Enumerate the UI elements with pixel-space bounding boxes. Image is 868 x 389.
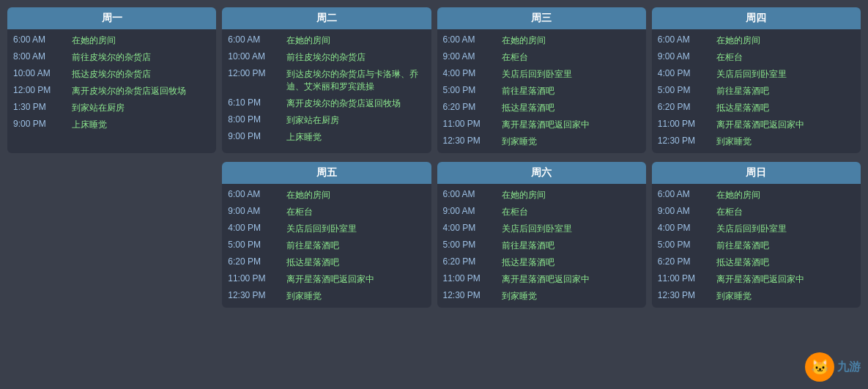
event-cell: 到家睡觉: [716, 136, 855, 148]
schedule-table-monday: 6:00 AM在她的房间8:00 AM前往皮埃尔的杂货店10:00 AM抵达皮埃…: [7, 29, 216, 136]
event-cell: 关店后回到卧室里: [502, 68, 640, 81]
event-cell: 在柜台: [502, 206, 640, 218]
event-cell: 在她的房间: [72, 34, 210, 47]
day-card-wednesday: 周三6:00 AM在她的房间9:00 AM在柜台4:00 PM关店后回到卧室里5…: [437, 7, 646, 153]
time-cell: 6:00 AM: [443, 189, 496, 199]
time-cell: 9:00 PM: [228, 131, 281, 141]
event-cell: 离开星落酒吧返回家中: [716, 273, 855, 286]
schedule-row: 9:00 AM在柜台: [652, 204, 861, 221]
schedule-row: 6:00 AM在她的房间: [222, 32, 431, 49]
schedule-row: 12:30 PM到家睡觉: [222, 288, 431, 305]
time-cell: 8:00 AM: [13, 51, 66, 62]
day-header-thursday: 周四: [652, 7, 861, 29]
schedule-row: 11:00 PM离开星落酒吧返回家中: [437, 116, 646, 133]
time-cell: 4:00 PM: [228, 223, 281, 233]
day-card-friday: 周五6:00 AM在她的房间9:00 AM在柜台4:00 PM关店后回到卧室里5…: [222, 162, 431, 308]
event-cell: 到家睡觉: [502, 290, 640, 303]
event-cell: 关店后回到卧室里: [716, 223, 855, 235]
event-cell: 到家睡觉: [716, 290, 855, 303]
schedule-row: 9:00 AM在柜台: [437, 49, 646, 66]
event-cell: 在柜台: [502, 51, 640, 64]
event-cell: 在她的房间: [716, 34, 855, 47]
event-cell: 抵达星落酒吧: [716, 256, 855, 269]
schedule-row: 5:00 PM前往星落酒吧: [652, 83, 861, 100]
day-card-saturday: 周六6:00 AM在她的房间9:00 AM在柜台4:00 PM关店后回到卧室里5…: [437, 162, 646, 308]
event-cell: 到家站在厨房: [72, 102, 210, 114]
schedule-row: 12:30 PM到家睡觉: [437, 133, 646, 150]
event-cell: 离开星落酒吧返回家中: [286, 273, 425, 286]
time-cell: 12:30 PM: [443, 136, 496, 146]
time-cell: 9:00 AM: [228, 206, 281, 216]
event-cell: 抵达星落酒吧: [716, 102, 855, 114]
schedule-row: 9:00 AM在柜台: [222, 204, 431, 221]
schedule-row: 6:20 PM抵达星落酒吧: [222, 254, 431, 271]
event-cell: 到家站在厨房: [286, 114, 425, 127]
schedule-row: 10:00 AM前往皮埃尔的杂货店: [222, 49, 431, 66]
week-row-2: 周五6:00 AM在她的房间9:00 AM在柜台4:00 PM关店后回到卧室里5…: [7, 162, 861, 308]
event-cell: 在她的房间: [286, 189, 425, 201]
schedule-row: 6:00 AM在她的房间: [652, 32, 861, 49]
time-cell: 9:00 AM: [443, 206, 496, 216]
time-cell: 5:00 PM: [658, 85, 711, 95]
event-cell: 到家睡觉: [502, 136, 640, 148]
schedule-row: 1:30 PM到家站在厨房: [7, 100, 216, 116]
schedule-row: 6:20 PM抵达星落酒吧: [437, 254, 646, 271]
day-card-thursday: 周四6:00 AM在她的房间9:00 AM在柜台4:00 PM关店后回到卧室里5…: [652, 7, 861, 153]
time-cell: 11:00 PM: [228, 273, 281, 284]
schedule-row: 4:00 PM关店后回到卧室里: [437, 66, 646, 83]
schedule-row: 6:20 PM抵达星落酒吧: [652, 100, 861, 116]
time-cell: 5:00 PM: [228, 240, 281, 250]
schedule-row: 6:00 AM在她的房间: [222, 187, 431, 204]
schedule-row: 4:00 PM关店后回到卧室里: [437, 221, 646, 237]
schedule-table-saturday: 6:00 AM在她的房间9:00 AM在柜台4:00 PM关店后回到卧室里5:0…: [437, 184, 646, 308]
event-cell: 在她的房间: [716, 189, 855, 201]
event-cell: 在她的房间: [286, 34, 425, 47]
schedule-row: 8:00 PM到家站在厨房: [222, 112, 431, 129]
schedule-row: 10:00 AM抵达皮埃尔的杂货店: [7, 66, 216, 83]
schedule-row: 12:30 PM到家睡觉: [437, 288, 646, 305]
time-cell: 6:20 PM: [228, 256, 281, 267]
schedule-row: 11:00 PM离开星落酒吧返回家中: [437, 271, 646, 288]
event-cell: 抵达皮埃尔的杂货店: [72, 68, 210, 81]
time-cell: 12:30 PM: [443, 290, 496, 300]
time-cell: 10:00 AM: [228, 51, 281, 62]
event-cell: 到达皮埃尔的杂货店与卡洛琳、乔迪、艾米丽和罗宾跳操: [286, 68, 425, 93]
schedule-table-wednesday: 6:00 AM在她的房间9:00 AM在柜台4:00 PM关店后回到卧室里5:0…: [437, 29, 646, 153]
schedule-row: 8:00 AM前往皮埃尔的杂货店: [7, 49, 216, 66]
schedule-row: 5:00 PM前往星落酒吧: [437, 83, 646, 100]
day-header-saturday: 周六: [437, 162, 646, 184]
event-cell: 上床睡觉: [72, 119, 210, 131]
time-cell: 11:00 PM: [443, 119, 496, 129]
day-card-monday: 周一6:00 AM在她的房间8:00 AM前往皮埃尔的杂货店10:00 AM抵达…: [7, 7, 216, 153]
event-cell: 在她的房间: [502, 189, 640, 201]
day-header-sunday: 周日: [652, 162, 861, 184]
time-cell: 9:00 AM: [658, 206, 711, 216]
schedule-table-friday: 6:00 AM在她的房间9:00 AM在柜台4:00 PM关店后回到卧室里5:0…: [222, 184, 431, 308]
logo-text: 九游: [837, 360, 861, 375]
schedule-row: 6:20 PM抵达星落酒吧: [437, 100, 646, 116]
event-cell: 离开星落酒吧返回家中: [716, 119, 855, 131]
schedule-row: 4:00 PM关店后回到卧室里: [222, 221, 431, 237]
time-cell: 6:20 PM: [658, 256, 711, 267]
event-cell: 在她的房间: [502, 34, 640, 47]
time-cell: 4:00 PM: [658, 223, 711, 233]
schedule-table-sunday: 6:00 AM在她的房间9:00 AM在柜台4:00 PM关店后回到卧室里5:0…: [652, 184, 861, 308]
event-cell: 在柜台: [286, 206, 425, 218]
time-cell: 5:00 PM: [443, 240, 496, 250]
day-card-sunday: 周日6:00 AM在她的房间9:00 AM在柜台4:00 PM关店后回到卧室里5…: [652, 162, 861, 308]
schedule-row: 11:00 PM离开星落酒吧返回家中: [652, 271, 861, 288]
event-cell: 关店后回到卧室里: [502, 223, 640, 235]
schedule-row: 12:00 PM离开皮埃尔的杂货店返回牧场: [7, 83, 216, 100]
schedule-row: 6:00 AM在她的房间: [437, 32, 646, 49]
event-cell: 离开皮埃尔的杂货店返回牧场: [286, 97, 425, 110]
time-cell: 6:00 AM: [228, 189, 281, 199]
event-cell: 抵达星落酒吧: [502, 256, 640, 269]
schedule-row: 5:00 PM前往星落酒吧: [652, 237, 861, 254]
main-schedule: 周一6:00 AM在她的房间8:00 AM前往皮埃尔的杂货店10:00 AM抵达…: [7, 7, 861, 308]
event-cell: 前往皮埃尔的杂货店: [286, 51, 425, 64]
spacer: [7, 162, 216, 308]
schedule-row: 9:00 PM上床睡觉: [7, 116, 216, 133]
time-cell: 6:20 PM: [443, 256, 496, 267]
schedule-row: 6:20 PM抵达星落酒吧: [652, 254, 861, 271]
event-cell: 离开皮埃尔的杂货店返回牧场: [72, 85, 210, 97]
